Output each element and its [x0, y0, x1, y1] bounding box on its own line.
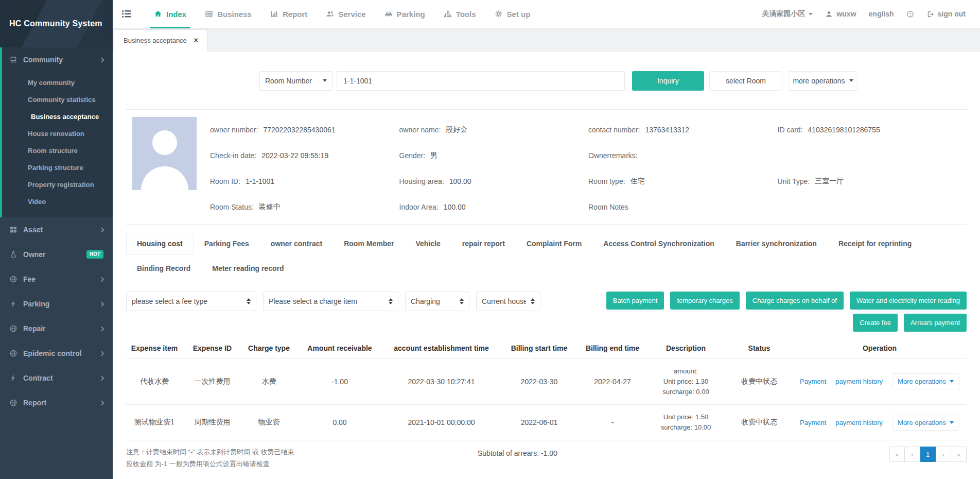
pagination-next[interactable]: ›	[936, 447, 951, 462]
tab-owner-contract[interactable]: owner contract	[260, 233, 333, 254]
sidebar-item-contract[interactable]: Contract	[0, 366, 113, 390]
sign-out-label: sign out	[938, 10, 966, 18]
charge-item-select[interactable]: Please select a charge item	[263, 292, 398, 311]
arrears-payment-button[interactable]: Arrears payment	[904, 314, 967, 332]
current-house-select[interactable]: Current house	[476, 292, 540, 311]
nav-index[interactable]: Index	[145, 0, 196, 28]
charge-on-behalf-button[interactable]: Charge charges on behalf of	[746, 292, 844, 310]
tab-housing-cost[interactable]: Housing cost	[126, 233, 194, 254]
page-tab-label: Business acceptance	[124, 37, 187, 44]
payment-history-link[interactable]: payment history	[835, 419, 883, 426]
sidebar-subitem-business-acceptance[interactable]: Business acceptance	[2, 108, 113, 125]
nav-tools[interactable]: Tools	[434, 0, 485, 28]
caret-down-icon	[809, 13, 813, 15]
chevron-right-icon	[99, 375, 104, 381]
cell-billing-start: 2022-06-01	[499, 411, 579, 434]
detail-tabs-row1: Housing cost Parking Fees owner contract…	[126, 233, 967, 254]
tab-complaint-form[interactable]: Complaint Form	[516, 233, 592, 254]
col-description: Description	[646, 339, 726, 358]
tab-meter-reading-record[interactable]: Meter reading record	[201, 258, 294, 279]
pagination-prev[interactable]: ‹	[905, 447, 920, 462]
nav-business[interactable]: Business	[196, 0, 261, 28]
cell-operation: Payment payment history More operations	[793, 407, 967, 438]
col-operation: Operation	[793, 339, 967, 358]
batch-payment-button[interactable]: Batch payment	[606, 292, 664, 310]
sidebar-subitem-property-registration[interactable]: Property registration	[2, 176, 113, 193]
pagination-last[interactable]: »	[951, 447, 967, 462]
fee-type-select[interactable]: please select a fee type	[126, 292, 256, 311]
payment-link[interactable]: Payment	[800, 419, 826, 426]
page-tab-business-acceptance[interactable]: Business acceptance ×	[114, 29, 208, 52]
nav-service[interactable]: Service	[317, 0, 375, 28]
globe-icon	[9, 275, 18, 283]
owner-field: ID card:410326198101286755	[778, 117, 967, 143]
question-circle-icon: ?	[906, 10, 914, 18]
current-user[interactable]: wuxw	[825, 10, 856, 18]
nav-label: Service	[338, 10, 365, 19]
tab-binding-record[interactable]: Binding Record	[126, 258, 201, 279]
caret-down-icon	[950, 421, 954, 424]
tab-barrier-sync[interactable]: Barrier synchronization	[725, 233, 828, 254]
owner-field: Room Status:装修中	[210, 194, 399, 220]
tab-access-control-sync[interactable]: Access Control Synchronization	[592, 233, 725, 254]
pagination-page-1[interactable]: 1	[920, 447, 936, 462]
cell-established: 2021-10-01 00:00:00	[383, 411, 499, 434]
menu-toggle-button[interactable]	[121, 8, 132, 20]
sidebar-item-fee[interactable]: Fee	[0, 267, 113, 292]
community-selector[interactable]: 美满家园小区	[762, 9, 813, 19]
divider	[126, 109, 967, 110]
tab-repair-report[interactable]: repair report	[451, 233, 516, 254]
sidebar-subitem-video[interactable]: Video	[2, 193, 113, 210]
owner-field: Check-in date:2022-03-22 09:55:19	[210, 143, 399, 168]
sidebar-item-label: Community	[23, 56, 63, 64]
sidebar-item-epidemic-control[interactable]: Epidemic control	[0, 341, 113, 366]
sign-out-button[interactable]: sign out	[926, 10, 966, 18]
search-field-select[interactable]: Room Number	[259, 71, 332, 91]
create-fee-button[interactable]: Create fee	[853, 314, 898, 332]
sidebar-item-repair[interactable]: Repair	[0, 316, 113, 341]
language-button[interactable]: english	[869, 10, 894, 18]
tab-parking-fees[interactable]: Parking Fees	[194, 233, 260, 254]
meter-reading-button[interactable]: Water and electricity meter reading	[850, 292, 967, 310]
pagination-first[interactable]: «	[889, 447, 905, 462]
inquiry-button[interactable]: Inquiry	[632, 71, 704, 91]
note-line: 应收金额 为-1 一般为费用项公式设置出错请检查	[126, 458, 294, 470]
owner-field: Room type:住宅	[588, 168, 778, 194]
sidebar-item-report[interactable]: Report	[0, 390, 113, 415]
sidebar-item-parking[interactable]: Parking	[0, 292, 113, 316]
tab-vehicle[interactable]: Vehicle	[405, 233, 451, 254]
select-room-button[interactable]: select Room	[709, 71, 782, 91]
close-icon[interactable]: ×	[194, 37, 198, 44]
sidebar-subitem-community-statistics[interactable]: Community statistics	[2, 91, 113, 108]
nav-set-up[interactable]: Set up	[485, 0, 540, 28]
sidebar-item-asset[interactable]: Asset	[0, 217, 113, 242]
nav-report[interactable]: Report	[261, 0, 317, 28]
sidebar-item-label: Contract	[23, 374, 53, 382]
sidebar-subitem-house-renovation[interactable]: House renovation	[2, 125, 113, 142]
sidebar-subitem-room-structure[interactable]: Room structure	[2, 142, 113, 159]
room-number-input[interactable]	[337, 71, 625, 91]
more-operations-button[interactable]: more operations	[789, 71, 857, 91]
sidebar-subitem-my-community[interactable]: My community	[2, 74, 113, 91]
row-more-operations-button[interactable]: More operations	[892, 415, 959, 431]
topbar: Index Business	[113, 0, 980, 29]
language-label: english	[869, 10, 894, 18]
payment-history-link[interactable]: payment history	[835, 378, 883, 385]
charging-select[interactable]: Charging	[405, 292, 469, 311]
sidebar-item-community[interactable]: Community	[2, 47, 113, 72]
sitemap-icon	[444, 10, 452, 18]
car-icon	[384, 10, 393, 18]
row-more-operations-button[interactable]: More operations	[892, 373, 959, 389]
payment-link[interactable]: Payment	[800, 378, 826, 385]
help-button[interactable]: ?	[906, 10, 914, 18]
owner-field	[778, 194, 967, 220]
chevron-right-icon	[99, 301, 104, 306]
temporary-charges-button[interactable]: temporary charges	[670, 292, 739, 310]
tab-receipt-reprinting[interactable]: Receipt for reprinting	[828, 233, 922, 254]
tab-room-member[interactable]: Room Member	[333, 233, 405, 254]
sidebar-group-community: Community My community Community statist…	[0, 47, 113, 217]
sidebar: HC Community System Community My communi…	[0, 0, 113, 479]
nav-parking[interactable]: Parking	[375, 0, 434, 28]
sidebar-item-owner[interactable]: Owner HOT	[0, 242, 113, 267]
sidebar-subitem-parking-structure[interactable]: Parking structure	[2, 159, 113, 176]
